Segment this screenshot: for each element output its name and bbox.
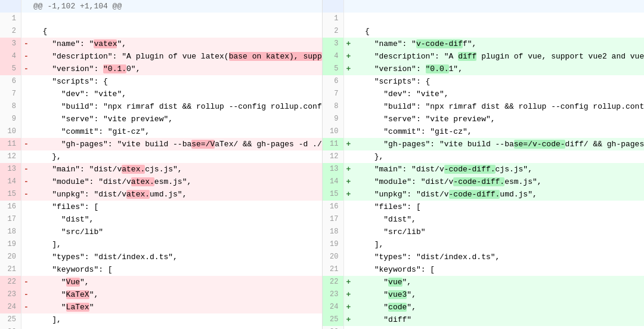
line-sign	[21, 226, 31, 238]
line-sign: -	[21, 163, 31, 176]
diff-line: 7 "dev": "vite",	[0, 88, 322, 100]
line-text: "dev": "vite",	[354, 88, 645, 100]
line-sign	[344, 0, 354, 13]
line-sign	[344, 125, 354, 138]
diff-line: @@ -1,102 +1,104 @@	[0, 0, 322, 13]
line-text: "diff"	[354, 313, 645, 326]
line-sign: +	[344, 50, 354, 63]
line-number: 5	[0, 63, 21, 75]
line-sign	[21, 263, 31, 276]
line-number: 7	[323, 88, 344, 100]
line-text: "version": "0.0.1",	[354, 63, 645, 75]
line-sign	[21, 100, 31, 113]
line-sign: -	[21, 301, 31, 313]
line-text: "build": "npx rimraf dist && rollup --co…	[354, 100, 645, 113]
line-text: {	[31, 25, 322, 38]
diff-line: 9 "serve": "vite preview",	[323, 113, 645, 125]
diff-line: 13+ "main": "dist/v-code-diff.cjs.js",	[323, 163, 645, 176]
diff-line: 8 "build": "npx rimraf dist && rollup --…	[0, 100, 322, 113]
line-sign	[21, 0, 31, 13]
diff-line: 3+ "name": "v-code-diff",	[323, 38, 645, 50]
line-text: "gh-pages": "vite build --base=/VaTex/ &…	[31, 138, 322, 150]
line-text: "unpkg": "dist/vatex.umd.js",	[31, 188, 322, 201]
line-sign	[21, 88, 31, 100]
diff-line: 18 "src/lib"	[323, 226, 645, 238]
line-number: 13	[323, 163, 344, 176]
diff-line: 18 "src/lib"	[0, 226, 322, 238]
line-sign: +	[344, 288, 354, 301]
line-sign	[344, 263, 354, 276]
line-text: "LaTex"	[31, 301, 322, 313]
diff-line: 19 ],	[323, 238, 645, 251]
diff-line: 17 "dist",	[0, 213, 322, 226]
diff-line: 19 ],	[0, 238, 322, 251]
line-sign: +	[344, 188, 354, 201]
diff-line: 21 "keywords": [	[323, 263, 645, 276]
line-text: "commit": "git-cz",	[354, 125, 645, 138]
line-sign	[344, 113, 354, 125]
line-sign: +	[344, 176, 354, 188]
diff-line: 5+ "version": "0.0.1",	[323, 63, 645, 75]
line-text: "name": "vatex",	[31, 38, 322, 50]
diff-line: 7 "dev": "vite",	[323, 88, 645, 100]
diff-line: 22+ "vue",	[323, 276, 645, 288]
line-text: "code",	[354, 301, 645, 313]
line-sign	[21, 75, 31, 88]
line-number: 21	[0, 263, 21, 276]
line-number: 6	[0, 75, 21, 88]
line-sign: +	[344, 276, 354, 288]
line-number: 5	[323, 63, 344, 75]
diff-line: 24- "LaTex"	[0, 301, 322, 313]
line-text: ],	[354, 238, 645, 251]
line-text: "description": "A diff plugin of vue, su…	[354, 50, 645, 63]
line-number	[323, 0, 344, 13]
line-number: 14	[0, 176, 21, 188]
line-text: ],	[31, 313, 322, 326]
line-number: 18	[323, 226, 344, 238]
line-number: 7	[0, 88, 21, 100]
diff-line: 22- "Vue",	[0, 276, 322, 288]
line-sign	[344, 88, 354, 100]
diff-line: 20 "types": "dist/index.d.ts",	[0, 251, 322, 263]
line-sign	[344, 75, 354, 88]
line-sign: -	[21, 188, 31, 201]
line-number: 2	[323, 25, 344, 38]
line-number: 10	[0, 125, 21, 138]
line-sign: +	[344, 63, 354, 75]
line-text: "serve": "vite preview",	[31, 113, 322, 125]
line-number: 4	[0, 50, 21, 63]
diff-line: 26 "author": "Shimada666<649940882@qq.co…	[0, 326, 322, 329]
line-number: 8	[0, 100, 21, 113]
diff-line: 17 "dist",	[323, 213, 645, 226]
line-number: 22	[323, 276, 344, 288]
line-number: 20	[0, 251, 21, 263]
line-number: 19	[0, 238, 21, 251]
line-text: "main": "dist/v-code-diff.cjs.js",	[354, 163, 645, 176]
line-sign	[21, 13, 31, 25]
diff-line	[323, 0, 645, 13]
line-sign	[344, 226, 354, 238]
diff-line: 1	[323, 13, 645, 25]
diff-view: @@ -1,102 +1,104 @@12 {3- "name": "vatex…	[0, 0, 644, 329]
line-number: 16	[0, 201, 21, 213]
diff-line: 25 ],	[0, 313, 322, 326]
line-text: },	[354, 150, 645, 163]
line-number: 12	[323, 150, 344, 163]
line-text: "dist",	[31, 213, 322, 226]
diff-line: 15+ "unpkg": "dist/v-code-diff.umd.js",	[323, 188, 645, 201]
line-number: 3	[323, 38, 344, 50]
line-text: "keywords": [	[354, 263, 645, 276]
line-number: 2	[0, 25, 21, 38]
line-number: 8	[323, 100, 344, 113]
line-sign	[344, 100, 354, 113]
diff-line: 16 "files": [	[0, 201, 322, 213]
line-sign: +	[344, 163, 354, 176]
diff-line: 23+ "vue3",	[323, 288, 645, 301]
right-pane: 12 {3+ "name": "v-code-diff",4+ "descrip…	[323, 0, 645, 329]
diff-line: 10 "commit": "git-cz",	[323, 125, 645, 138]
line-number: 12	[0, 150, 21, 163]
line-text: @@ -1,102 +1,104 @@	[31, 0, 322, 13]
line-number: 9	[0, 113, 21, 125]
line-number: 14	[323, 176, 344, 188]
line-number: 3	[0, 38, 21, 50]
